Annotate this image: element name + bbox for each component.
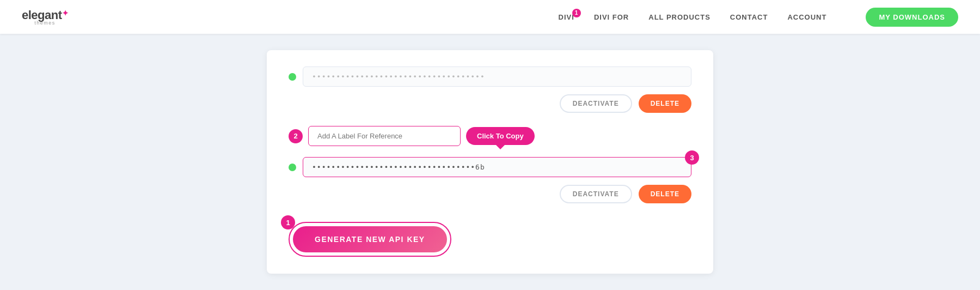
generate-api-key-button[interactable]: GENERATE NEW API KEY xyxy=(293,226,447,252)
api-key-row-2: 3 xyxy=(289,157,691,177)
active-dot-2 xyxy=(289,164,296,171)
nav-item-divi-for[interactable]: DIVI FOR xyxy=(594,13,629,21)
active-dot-1 xyxy=(289,73,296,81)
nav-item-all-products[interactable]: ALL PRODUCTS xyxy=(648,13,710,21)
api-keys-card: DEACTIVATE DELETE 2 Click To Copy 3 DEAC… xyxy=(267,50,713,274)
step3-wrapper: 3 xyxy=(303,157,691,177)
api-key-input-2[interactable] xyxy=(303,157,691,177)
delete-button-2[interactable]: DELETE xyxy=(639,185,691,203)
label-input[interactable] xyxy=(308,126,461,146)
deactivate-button-2[interactable]: DEACTIVATE xyxy=(560,185,632,203)
logo-wrapper: elegant✦ themes xyxy=(22,8,68,26)
nav-item-account[interactable]: ACCOUNT xyxy=(787,13,826,21)
deactivate-button-1[interactable]: DEACTIVATE xyxy=(560,94,632,113)
main-content: DEACTIVATE DELETE 2 Click To Copy 3 DEAC… xyxy=(0,34,980,290)
nav-item-divi[interactable]: DIVI 1 xyxy=(559,13,574,21)
nav-item-contact[interactable]: CONTACT xyxy=(730,13,768,21)
generate-section: 1 GENERATE NEW API KEY xyxy=(289,222,451,257)
logo-area: elegant✦ themes xyxy=(22,8,68,26)
api-key-row-1 xyxy=(289,67,691,87)
click-to-copy-button[interactable]: Click To Copy xyxy=(466,127,535,145)
step-1-badge: 1 xyxy=(281,215,295,229)
step-3-badge: 3 xyxy=(685,150,699,165)
my-downloads-button[interactable]: MY DOWNLOADS xyxy=(866,8,958,27)
actions-row-1: DEACTIVATE DELETE xyxy=(289,94,691,113)
actions-row-2: DEACTIVATE DELETE xyxy=(289,185,691,203)
label-row: 2 Click To Copy xyxy=(289,126,691,146)
main-nav: DIVI 1 DIVI FOR ALL PRODUCTS CONTACT ACC… xyxy=(559,8,958,27)
generate-outline: GENERATE NEW API KEY xyxy=(289,222,451,257)
header: elegant✦ themes DIVI 1 DIVI FOR ALL PROD… xyxy=(0,0,980,34)
divi-badge: 1 xyxy=(572,9,581,17)
label-section: 2 Click To Copy xyxy=(289,126,691,146)
api-key-input-1[interactable] xyxy=(303,67,691,87)
logo-star-icon: ✦ xyxy=(62,9,69,17)
step-2-badge: 2 xyxy=(289,129,303,143)
delete-button-1[interactable]: DELETE xyxy=(639,94,691,113)
